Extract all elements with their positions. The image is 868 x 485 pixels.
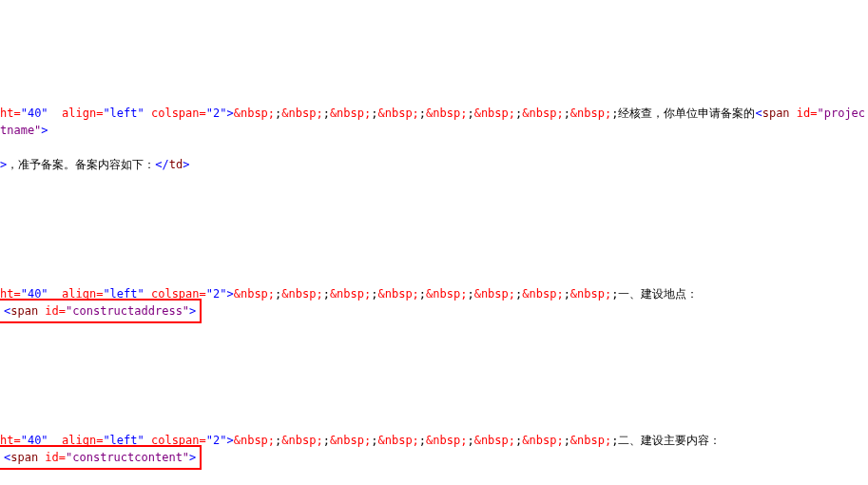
entity-nbsp: &nbsp;	[570, 434, 611, 447]
attr-align: align=	[48, 107, 104, 120]
tag-close: >	[226, 107, 233, 120]
semi: ;	[323, 287, 330, 301]
entity-nbsp: &nbsp;	[474, 434, 515, 447]
semi: ;	[419, 287, 426, 301]
text-content: 经核查，你单位申请备案的	[618, 107, 755, 120]
code-line: ht="40" align="left" colspan="2">&nbsp;;…	[0, 105, 868, 139]
val-left: "left"	[103, 107, 144, 120]
semi: ;	[467, 434, 473, 447]
tag-span: span	[10, 451, 38, 464]
tag-open: </	[155, 158, 168, 171]
entity-nbsp: &nbsp;	[474, 107, 515, 120]
val-2: "2"	[206, 434, 227, 447]
entity-nbsp: &nbsp;	[522, 107, 563, 120]
attr-id: id=	[790, 107, 818, 120]
tag-open: <	[755, 107, 762, 120]
entity-nbsp: &nbsp;	[426, 434, 467, 447]
entity-nbsp: &nbsp;	[234, 434, 275, 447]
entity-nbsp: &nbsp;	[281, 287, 322, 301]
entity-nbsp: &nbsp;	[330, 434, 371, 447]
code-row-1: ht="40" align="left" colspan="2">&nbsp;;…	[0, 87, 868, 190]
text-content: 一、建设地点：	[618, 287, 698, 301]
entity-nbsp: &nbsp;	[281, 107, 322, 120]
semi: ;	[564, 107, 570, 120]
tag-close: >	[226, 287, 233, 301]
entity-nbsp: &nbsp;	[522, 434, 563, 447]
semi: ;	[564, 287, 570, 301]
semi: ;	[467, 287, 473, 301]
entity-nbsp: &nbsp;	[234, 107, 275, 120]
code-line: ht="40" align="left" colspan="2">&nbsp;;…	[0, 285, 868, 320]
semi: ;	[323, 107, 330, 120]
code-line: ht="40" align="left" colspan="2">&nbsp;;…	[0, 432, 868, 466]
semi: ;	[323, 434, 330, 447]
id-constructaddress: "constructaddress"	[66, 304, 189, 318]
val-40: "40"	[21, 107, 48, 120]
attr-colspan: colspan=	[145, 107, 206, 120]
text-content: 二、建设主要内容：	[618, 434, 721, 447]
tag-close: >	[226, 434, 233, 447]
entity-nbsp: &nbsp;	[522, 287, 563, 301]
entity-nbsp: &nbsp;	[474, 287, 515, 301]
tag-close: >	[41, 124, 48, 137]
entity-nbsp: &nbsp;	[377, 107, 418, 120]
entity-nbsp: &nbsp;	[330, 107, 371, 120]
tag-span: span	[762, 107, 790, 120]
semi: ;	[419, 107, 426, 120]
code-line: >，准予备案。备案内容如下：</td>	[0, 156, 868, 173]
attr-ht: ht=	[0, 107, 21, 120]
attr-id: id=	[38, 451, 66, 464]
entity-nbsp: &nbsp;	[377, 287, 418, 301]
entity-nbsp: &nbsp;	[426, 287, 467, 301]
val-2: "2"	[206, 287, 227, 301]
tag-close: >	[183, 158, 189, 171]
semi: ;	[419, 434, 426, 447]
entity-nbsp: &nbsp;	[570, 287, 611, 301]
entity-nbsp: &nbsp;	[377, 434, 418, 447]
code-row-3: ht="40" align="left" colspan="2">&nbsp;;…	[0, 415, 868, 483]
highlight-box: <span id="constructcontent">	[0, 445, 202, 470]
entity-nbsp: &nbsp;	[426, 107, 467, 120]
entity-nbsp: &nbsp;	[234, 287, 275, 301]
highlight-box: <span id="constructaddress">	[0, 299, 202, 323]
semi: ;	[467, 107, 473, 120]
semi: ;	[564, 434, 570, 447]
tag-close: >	[189, 451, 196, 464]
id-constructcontent: "constructcontent"	[66, 451, 189, 464]
tag-span: span	[10, 304, 38, 318]
entity-nbsp: &nbsp;	[281, 434, 322, 447]
entity-nbsp: &nbsp;	[570, 107, 611, 120]
code-row-2: ht="40" align="left" colspan="2">&nbsp;;…	[0, 268, 868, 337]
val-2: "2"	[206, 107, 227, 120]
text-content: ，准予备案。备案内容如下：	[7, 158, 155, 171]
tag-close: >	[189, 304, 196, 318]
entity-nbsp: &nbsp;	[330, 287, 371, 301]
attr-id: id=	[38, 304, 66, 318]
tag-td: td	[169, 158, 183, 171]
